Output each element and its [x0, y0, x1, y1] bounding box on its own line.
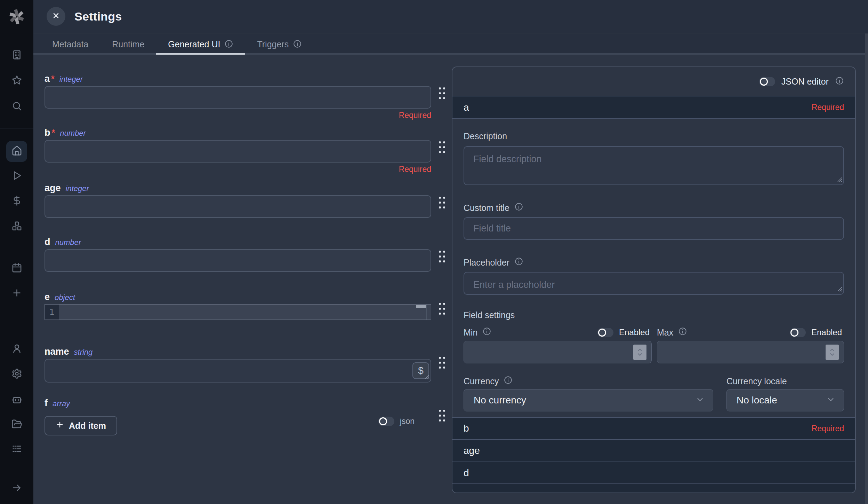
property-row-d[interactable]: d [452, 462, 855, 483]
folder-open-icon [11, 419, 22, 431]
building-icon [11, 49, 22, 62]
sidebar-item-add[interactable] [6, 283, 27, 304]
description-label: Description [464, 131, 844, 141]
json-editor-toggle[interactable] [759, 77, 775, 86]
placeholder-label: Placeholder [464, 257, 844, 268]
resize-handle-icon[interactable] [836, 176, 842, 183]
robot-icon [11, 394, 22, 406]
required-asterisk: * [52, 128, 55, 138]
sidebar-item-workers[interactable] [6, 389, 27, 410]
field-a-input[interactable] [45, 86, 431, 109]
windmill-logo-icon[interactable] [6, 6, 28, 28]
property-row-age[interactable]: age [452, 439, 855, 462]
settings-header: Settings [33, 0, 868, 33]
drag-handle-icon[interactable] [437, 249, 447, 265]
required-asterisk: * [51, 74, 55, 84]
field-age-input[interactable] [45, 195, 431, 218]
placeholder-textarea-wrap [464, 272, 844, 295]
sidebar-item-resources[interactable] [6, 216, 27, 237]
sidebar-item-search[interactable] [6, 96, 27, 117]
max-enabled-label: Enabled [811, 328, 842, 337]
field-settings-title: Field settings [464, 310, 844, 321]
sidebar-item-logs[interactable] [6, 439, 27, 460]
max-number-input[interactable] [657, 341, 844, 363]
resize-handle-icon[interactable] [836, 285, 842, 293]
sidebar-item-users[interactable] [6, 339, 27, 360]
resize-handle-icon[interactable] [423, 373, 429, 381]
chevron-down-icon [826, 395, 835, 405]
field-name: a [45, 73, 50, 84]
sidebar-item-settings[interactable] [6, 364, 27, 385]
field-type: number [60, 129, 86, 138]
min-enabled-toggle[interactable] [597, 328, 613, 337]
drag-handle-icon[interactable] [437, 355, 447, 371]
sidebar-item-schedules[interactable] [6, 258, 27, 279]
property-row-a[interactable]: a Required [452, 96, 855, 118]
sidebar-item-home[interactable] [6, 141, 27, 162]
property-row-b[interactable]: b Required [452, 417, 855, 439]
tab-generated-ui[interactable]: Generated UI [156, 34, 245, 55]
field-name: age [45, 183, 61, 194]
field-type: string [74, 348, 93, 357]
field-name: name [45, 346, 69, 357]
tab-runtime[interactable]: Runtime [100, 34, 156, 55]
json-editor-label: JSON editor [781, 77, 829, 87]
sidebar-item-favorites[interactable] [6, 70, 27, 91]
home-icon [11, 145, 22, 158]
description-textarea[interactable] [464, 147, 843, 184]
editor-scrollbar-thumb[interactable] [416, 305, 426, 308]
field-e-code-editor[interactable]: 1 [45, 304, 431, 320]
settings-window: Settings Metadata Runtime Generated UI T… [0, 0, 868, 504]
info-icon [835, 76, 844, 87]
max-enabled-toggle[interactable] [790, 328, 806, 337]
sidebar-item-folders[interactable] [6, 414, 27, 435]
property-row-partial[interactable] [452, 483, 855, 493]
plus-icon [56, 420, 64, 431]
dollar-icon [11, 195, 22, 207]
field-name-textarea[interactable]: $ [45, 359, 431, 383]
currency-locale-setting: Currency locale No locale [726, 376, 844, 411]
add-item-button[interactable]: Add item [45, 416, 117, 435]
number-spinner[interactable] [633, 345, 646, 360]
required-error: Required [45, 165, 431, 174]
tab-metadata[interactable]: Metadata [40, 34, 100, 55]
play-icon [11, 170, 22, 182]
placeholder-textarea[interactable] [464, 273, 843, 294]
star-icon [11, 75, 22, 87]
drag-handle-icon[interactable] [437, 301, 447, 317]
currency-locale-label: Currency locale [726, 376, 844, 386]
close-button[interactable] [47, 7, 65, 26]
sidebar-item-collapse[interactable] [6, 478, 27, 499]
calendar-icon [11, 262, 22, 275]
field-type: number [55, 238, 81, 247]
required-badge: Required [812, 424, 844, 433]
tab-triggers[interactable]: Triggers [245, 34, 314, 55]
sidebar-item-workspace[interactable] [6, 45, 27, 66]
form-field-e: e object 1 [45, 292, 431, 320]
custom-title-input[interactable] [464, 218, 843, 239]
app-sidebar [0, 0, 33, 504]
info-icon [482, 327, 491, 338]
field-b-input[interactable] [45, 140, 431, 163]
currency-select[interactable]: No currency [464, 389, 713, 411]
json-toggle-label: json [400, 417, 415, 426]
drag-handle-icon[interactable] [437, 408, 447, 424]
sidebar-item-variables[interactable] [6, 191, 27, 212]
drag-handle-icon[interactable] [437, 140, 447, 155]
json-toggle[interactable] [378, 417, 394, 426]
sidebar-item-runs[interactable] [6, 166, 27, 187]
field-name: e [45, 292, 50, 302]
number-spinner[interactable] [826, 345, 839, 360]
field-d-input[interactable] [45, 249, 431, 272]
currency-locale-select[interactable]: No locale [726, 389, 844, 411]
min-number-input[interactable] [464, 341, 652, 363]
search-icon [11, 101, 22, 113]
chevron-down-icon [696, 395, 705, 405]
scrollbar[interactable] [865, 33, 868, 504]
min-setting: Min Enabled [464, 327, 652, 363]
max-label: Max [657, 327, 687, 338]
custom-title-input-wrap [464, 217, 844, 240]
drag-handle-icon[interactable] [437, 195, 447, 211]
drag-handle-icon[interactable] [437, 86, 447, 101]
gear-icon [11, 368, 22, 380]
